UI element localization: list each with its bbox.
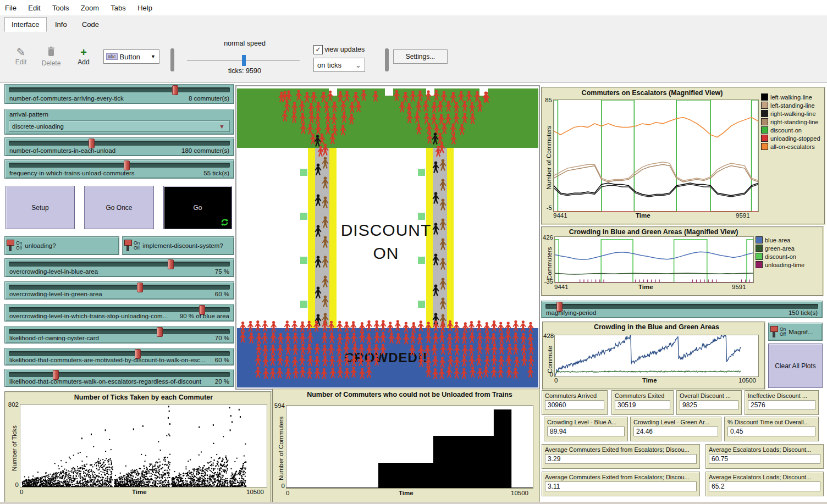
pencil-icon: ✎ (10, 46, 32, 58)
update-mode-select[interactable]: on ticks ⌄ (313, 58, 365, 72)
slider-track[interactable] (9, 285, 230, 290)
slider-track[interactable] (9, 372, 230, 377)
widget-abc-icon: abc (106, 53, 118, 60)
monitor-overall-discount: Overall Discount ...9825 (676, 390, 742, 415)
slider-label: likelihood-that-commuters-are-motivated-… (9, 357, 206, 363)
slider-track[interactable] (9, 141, 230, 146)
add-widget-button[interactable]: + Add (73, 46, 95, 66)
slider-track[interactable] (9, 163, 230, 168)
menu-zoom[interactable]: Zoom (76, 0, 104, 15)
toolbar-separator (170, 48, 174, 71)
slider-track[interactable] (9, 262, 230, 267)
legend-item: unloading-stopped (761, 135, 820, 142)
escalator-indicator (300, 301, 307, 308)
slider-track[interactable] (9, 351, 230, 356)
edit-widget-button[interactable]: ✎ Edit (10, 46, 32, 66)
slider-value: 8 commuter(s) (189, 95, 229, 102)
toolbar: ✎ Edit Delete + Add abc Button ▼ normal … (0, 33, 827, 83)
window-bottom-edge (0, 502, 827, 504)
speed-slider-thumb[interactable] (242, 55, 246, 66)
settings-button[interactable]: Settings... (393, 49, 448, 64)
setup-button[interactable]: Setup (5, 186, 75, 229)
slider-magnifying-period[interactable]: magnifying-period150 tick(s) (541, 301, 823, 318)
legend-item: left-walking-line (761, 93, 820, 101)
slider-frequency-in-which-trains-unload-commuters[interactable]: frequency-in-which-trains-unload-commute… (4, 159, 234, 179)
chooser-arrival-pattern[interactable]: arrival-pattern discrete-unloading ▼ (4, 109, 234, 135)
monitor-commuters-arrived: Commuters Arrived30960 (542, 390, 608, 415)
tab-code[interactable]: Code (75, 18, 106, 31)
delete-widget-button[interactable]: Delete (38, 46, 64, 67)
switch-toggle-icon[interactable] (7, 240, 14, 252)
switch-toggle-icon[interactable] (770, 326, 778, 338)
slider-overcrowding-level-in-blue-area[interactable]: overcrowding-level-in-blue-area75 % (4, 258, 234, 277)
slider-label: overcrowding-level-in-blue-area (9, 268, 98, 275)
slider-overcrowding-level-in-green-area[interactable]: overcrowding-level-in-green-area60 % (4, 281, 234, 300)
toolbar-separator (385, 48, 389, 71)
world-view[interactable]: DISCOUNTONCROWDED!! (235, 85, 540, 390)
switch-implement-discount-system[interactable]: OnOff implement-discount-system? (122, 236, 234, 255)
slider-track[interactable] (545, 304, 818, 309)
switch-magnify[interactable]: OnOff Magnif... (768, 323, 823, 341)
slider-value: 55 tick(s) (203, 170, 229, 176)
slider-label: number-of-commuters-arriving-every-tick (9, 95, 124, 102)
slider-label: overcrowding-level-in-which-trains-stop-… (9, 313, 168, 319)
trash-icon (38, 46, 64, 59)
legend-item: green-area (756, 245, 804, 252)
tab-info[interactable]: Info (48, 18, 74, 31)
legend-swatch (761, 102, 768, 109)
speed-slider[interactable] (187, 55, 300, 66)
menu-tools[interactable]: Tools (47, 0, 74, 15)
slider-value: 90 % of blue area (180, 313, 229, 319)
clear-all-plots-button[interactable]: Clear All Plots (768, 344, 823, 388)
view-updates-checkbox[interactable]: ✓ view updates (313, 45, 365, 54)
slider-number-of-commuters-arriving-every-tick[interactable]: number-of-commuters-arriving-every-tick8… (4, 84, 234, 104)
switch-toggle-icon[interactable] (124, 240, 131, 252)
checkbox-check-icon[interactable]: ✓ (313, 45, 323, 54)
tab-strip: Interface Info Code (0, 15, 827, 34)
slider-track[interactable] (9, 329, 230, 334)
slider-handle[interactable] (124, 160, 130, 170)
tick-counter: ticks: 9590 (187, 67, 302, 75)
slider-likelihood-of-owning-oyster-card[interactable]: likelihood-of-owning-oyster-card70 % (4, 326, 234, 344)
menu-file[interactable]: File (0, 0, 21, 15)
menu-tabs[interactable]: Tabs (106, 0, 130, 15)
chooser-value-box[interactable]: discrete-unloading ▼ (9, 120, 230, 132)
legend-item: unloading-time (756, 261, 804, 268)
legend-swatch (756, 261, 763, 268)
slider-likelihood-that-commuters-are-motivated-by-discount-to-walk-on-esc[interactable]: likelihood-that-commuters-are-motivated-… (4, 348, 234, 365)
escalator-indicator (300, 169, 307, 176)
menu-help[interactable]: Help (133, 0, 157, 15)
slider-value: 60 % (215, 291, 229, 297)
monitor-ineffective-discount: Ineffective Discount ...2576 (745, 390, 819, 415)
legend-swatch (761, 110, 768, 117)
escalator-indicator (300, 257, 307, 264)
slider-track[interactable] (9, 307, 230, 312)
plot-not-unloaded: Number of Commuters who could not be Unl… (272, 389, 540, 504)
plot-crowding-full: Crowding in the Blue and Green Areas 428… (542, 322, 765, 390)
legend-swatch (761, 135, 768, 142)
legend-swatch (756, 253, 763, 260)
slider-value: 70 % (215, 335, 229, 341)
switch-unloading[interactable]: OnOff unloading? (4, 236, 119, 255)
slider-overcrowding-level-in-which-trains-stop-unloading-com[interactable]: overcrowding-level-in-which-trains-stop-… (4, 304, 234, 322)
slider-label: likelihood-that-commuters-walk-on-escala… (9, 378, 201, 385)
chooser-arrow-icon: ▼ (219, 123, 225, 130)
legend-item: right-walking-line (761, 110, 820, 117)
slider-label: overcrowding-level-in-green-area (9, 291, 102, 297)
menu-edit[interactable]: Edit (23, 0, 45, 15)
chooser-value: discrete-unloading (12, 123, 64, 130)
slider-track[interactable] (9, 87, 230, 92)
slider-likelihood-that-commuters-walk-on-escalators-regardless-of-discount[interactable]: likelihood-that-commuters-walk-on-escala… (4, 369, 234, 387)
legend-item: discount-on (756, 253, 804, 260)
monitor-discount-time-pct: % Discount Time out Overall...0.45 (724, 417, 819, 441)
slider-number-of-commuters-in-each-unload[interactable]: number-of-commuters-in-each-unload180 co… (4, 137, 234, 156)
plot-legend: blue-areagreen-areadiscount-onunloading-… (756, 236, 804, 269)
go-button[interactable]: Go (163, 186, 232, 229)
slider-handle[interactable] (172, 85, 178, 95)
widget-type-dropdown[interactable]: abc Button ▼ (103, 49, 159, 64)
slider-value: 20 % (215, 378, 229, 385)
dropdown-arrow-icon: ▼ (151, 54, 156, 59)
go-once-button[interactable]: Go Once (84, 186, 154, 229)
slider-label: frequency-in-which-trains-unload-commute… (9, 170, 135, 176)
tab-interface[interactable]: Interface (4, 17, 47, 32)
